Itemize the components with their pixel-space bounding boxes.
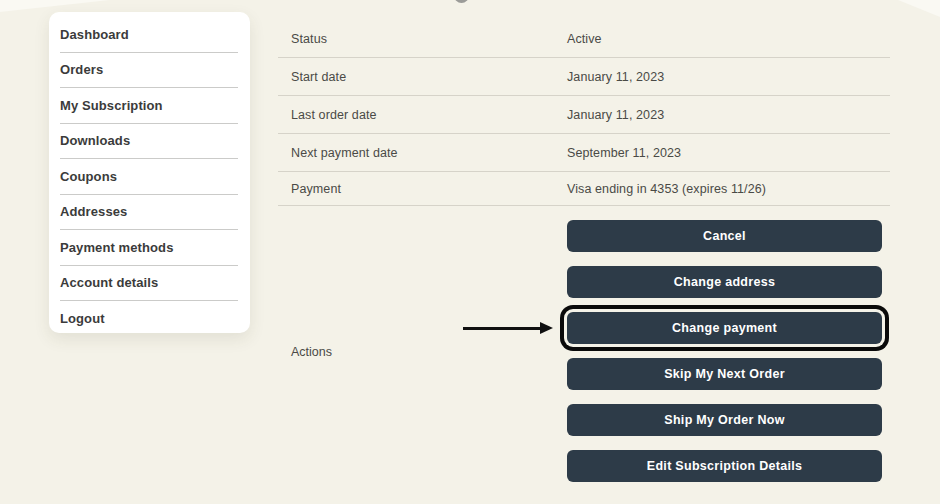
table-row-last-order-date: Last order date January 11, 2023 [278, 96, 890, 134]
annotation-arrow-line [463, 327, 541, 330]
table-row-status: Status Active [278, 20, 890, 58]
change-address-button[interactable]: Change address [567, 266, 882, 298]
sidebar-item-label: My Subscription [60, 98, 163, 113]
sidebar-item-addresses[interactable]: Addresses [60, 195, 238, 231]
sidebar-item-label: Logout [60, 311, 105, 326]
table-row-payment: Payment Visa ending in 4353 (expires 11/… [278, 172, 890, 206]
sidebar-item-orders[interactable]: Orders [60, 53, 238, 89]
cancel-button[interactable]: Cancel [567, 220, 882, 252]
row-label: Status [291, 32, 327, 46]
actions-row-label: Actions [291, 345, 332, 359]
change-payment-button[interactable]: Change payment [567, 312, 882, 344]
sidebar-item-label: Account details [60, 275, 158, 290]
row-value: Active [567, 32, 602, 46]
sidebar-item-label: Orders [60, 62, 103, 77]
row-value: September 11, 2023 [567, 146, 681, 160]
skip-next-order-button[interactable]: Skip My Next Order [567, 358, 882, 390]
table-row-next-payment-date: Next payment date September 11, 2023 [278, 134, 890, 172]
row-value: January 11, 2023 [567, 70, 664, 84]
sidebar-item-dashboard[interactable]: Dashboard [60, 17, 238, 53]
sidebar-item-label: Addresses [60, 204, 127, 219]
sidebar-item-logout[interactable]: Logout [60, 301, 238, 336]
sidebar-item-label: Downloads [60, 133, 130, 148]
row-label: Last order date [291, 108, 377, 122]
row-label: Start date [291, 70, 346, 84]
row-label: Payment [291, 182, 341, 196]
subscription-details-table: Status Active Start date January 11, 202… [278, 20, 890, 206]
sidebar-item-label: Dashboard [60, 27, 129, 42]
sidebar-item-coupons[interactable]: Coupons [60, 159, 238, 195]
page: Dashboard Orders My Subscription Downloa… [0, 0, 940, 504]
row-value: Visa ending in 4353 (expires 11/26) [567, 182, 766, 196]
row-value: January 11, 2023 [567, 108, 664, 122]
account-menu: Dashboard Orders My Subscription Downloa… [49, 12, 250, 333]
sidebar-item-my-subscription[interactable]: My Subscription [60, 88, 238, 124]
table-row-start-date: Start date January 11, 2023 [278, 58, 890, 96]
sidebar-item-downloads[interactable]: Downloads [60, 124, 238, 160]
sidebar-item-payment-methods[interactable]: Payment methods [60, 230, 238, 266]
annotation-arrow-head-icon [540, 322, 553, 334]
row-label: Next payment date [291, 146, 398, 160]
ship-order-now-button[interactable]: Ship My Order Now [567, 404, 882, 436]
sidebar-item-account-details[interactable]: Account details [60, 266, 238, 302]
actions-buttons: Cancel Change address Change payment Ski… [567, 220, 882, 482]
edit-subscription-details-button[interactable]: Edit Subscription Details [567, 450, 882, 482]
sidebar-item-label: Coupons [60, 169, 117, 184]
sidebar-item-label: Payment methods [60, 240, 173, 255]
